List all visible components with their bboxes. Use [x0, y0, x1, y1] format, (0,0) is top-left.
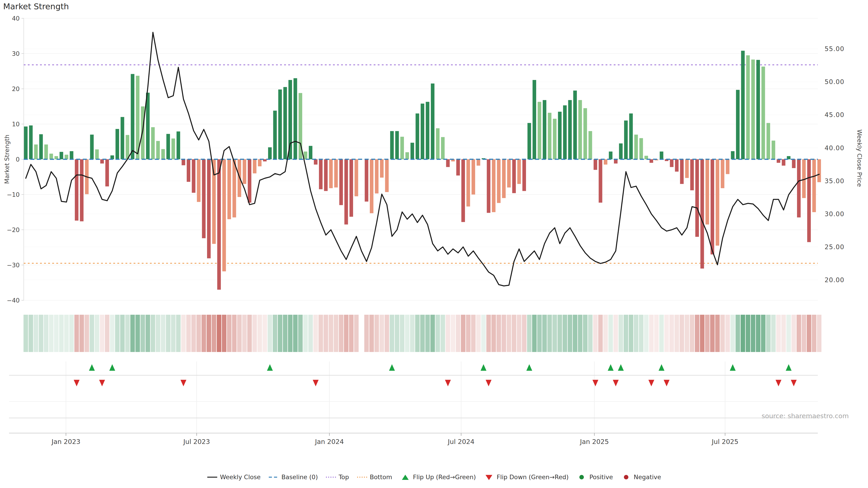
- strength-bar: [762, 67, 765, 159]
- strength-bar: [487, 159, 491, 213]
- heatmap-cell: [664, 315, 669, 352]
- strength-bar: [70, 151, 73, 159]
- strength-bar: [441, 137, 445, 159]
- heatmap-cell: [553, 315, 557, 352]
- strength-bar: [111, 156, 114, 159]
- heatmap-cell: [29, 315, 33, 352]
- strength-bar: [767, 123, 770, 159]
- heatmap-cell: [385, 315, 389, 352]
- legend-item-weekly-close[interactable]: Weekly Close: [207, 474, 260, 481]
- heatmap-cell: [436, 315, 440, 352]
- strength-bar: [746, 55, 750, 159]
- heatmap-cell: [471, 315, 475, 352]
- strength-bar: [385, 159, 389, 192]
- strength-bar: [314, 159, 318, 164]
- heatmap-cell: [344, 315, 348, 352]
- legend-item-bottom[interactable]: Bottom: [357, 474, 392, 481]
- strength-bar: [685, 159, 689, 178]
- strength-bar: [751, 60, 755, 160]
- heatmap-cell: [257, 315, 262, 352]
- heatmap-cell: [792, 315, 796, 352]
- heatmap-cell: [34, 315, 38, 352]
- strength-bar: [349, 159, 353, 217]
- heatmap-cell: [797, 315, 801, 352]
- heatmap-cell: [263, 315, 267, 352]
- heatmap-cell: [603, 315, 608, 352]
- strength-bar: [156, 141, 160, 159]
- flip-down-marker: [313, 380, 319, 386]
- strength-bar: [304, 152, 307, 159]
- heatmap-cell: [491, 315, 496, 352]
- heatmap-cell: [74, 315, 79, 352]
- legend-label: Weekly Close: [220, 474, 260, 481]
- right-axis-tick-label: 35.00: [825, 177, 844, 185]
- flip-down-marker: [486, 380, 492, 386]
- legend-item-negative[interactable]: Negative: [621, 474, 661, 481]
- heatmap-cell: [522, 315, 526, 352]
- strength-bar: [161, 149, 165, 159]
- heatmap-cell: [583, 315, 587, 352]
- legend-item-top[interactable]: Top: [326, 474, 349, 481]
- heatmap-cell: [675, 315, 679, 352]
- heatmap-cell: [161, 315, 165, 352]
- strength-bar: [436, 128, 440, 159]
- heatmap-cell: [283, 315, 287, 352]
- x-axis-tick-label: Jul 2025: [711, 438, 739, 446]
- legend-item-baseline[interactable]: Baseline (0): [268, 474, 318, 481]
- strength-bar: [532, 80, 536, 159]
- flip-up-marker: [267, 364, 273, 371]
- strength-bar: [309, 146, 312, 159]
- heatmap-cell: [430, 315, 435, 352]
- heatmap-cell: [710, 315, 715, 352]
- legend-item-flip-up[interactable]: Flip Up (Red→Green): [400, 474, 476, 481]
- heatmap-cell: [349, 315, 353, 352]
- heatmap-cell: [532, 315, 537, 352]
- heatmap-cell: [59, 315, 64, 352]
- strength-bar: [492, 159, 495, 212]
- flip-down-marker: [776, 380, 781, 386]
- heatmap-cell: [242, 315, 247, 352]
- weekly-close-swatch-icon: [207, 474, 218, 481]
- strength-bar: [202, 159, 206, 238]
- strength-bar: [121, 117, 124, 159]
- heatmap-cell: [731, 315, 735, 352]
- strength-bar: [604, 159, 608, 164]
- strength-bar: [146, 93, 150, 159]
- right-axis-tick-label: 45.00: [825, 111, 844, 119]
- heatmap-cell: [85, 315, 89, 352]
- heatmap-cell: [736, 315, 740, 352]
- flip-down-marker: [181, 380, 186, 386]
- strength-bar: [660, 152, 663, 159]
- heatmap-cell: [176, 315, 181, 352]
- strength-bar: [624, 121, 628, 159]
- strength-bar: [390, 131, 394, 159]
- strength-bar: [416, 113, 419, 159]
- heatmap-cell: [49, 315, 54, 352]
- strength-bar: [599, 159, 602, 203]
- legend-item-flip-down[interactable]: Flip Down (Green→Red): [484, 474, 568, 481]
- heatmap-cell: [171, 315, 176, 352]
- heatmap-cell: [405, 315, 410, 352]
- heatmap-cell: [695, 315, 700, 352]
- heatmap-cell: [227, 315, 231, 352]
- strength-bar: [502, 159, 506, 198]
- strength-bar: [528, 123, 531, 159]
- heatmap-cell: [110, 315, 115, 352]
- strength-bar: [614, 159, 618, 164]
- strength-bar: [50, 154, 53, 159]
- flip-up-marker: [526, 364, 532, 371]
- strength-bar: [690, 159, 694, 190]
- legend-item-positive[interactable]: Positive: [576, 474, 613, 481]
- flip-up-marker: [110, 364, 115, 371]
- strength-bar: [410, 143, 414, 159]
- strength-bar: [629, 113, 633, 159]
- heatmap-cell: [222, 315, 226, 352]
- heatmap-cell: [497, 315, 501, 352]
- heatmap-cell: [39, 315, 43, 352]
- heatmap-cell: [420, 315, 425, 352]
- strength-bar: [701, 159, 704, 269]
- heatmap-cell: [548, 315, 552, 352]
- heatmap-cell: [568, 315, 572, 352]
- flip-down-marker: [649, 380, 654, 386]
- heatmap-cell: [375, 315, 379, 352]
